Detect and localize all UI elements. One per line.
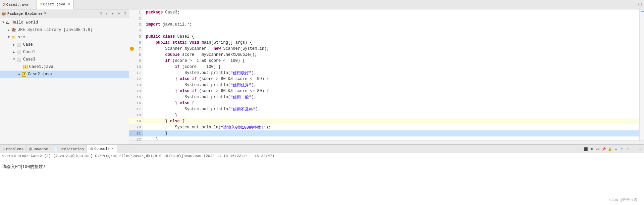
tree-item-case3[interactable]: ▼ ⬜ Case3	[0, 56, 129, 63]
csdn-watermark: CSDN @云云豆酱	[609, 197, 637, 202]
tree-item-case1[interactable]: ▶ ⬜ Case1	[0, 48, 129, 56]
line-num-22: 22	[129, 136, 143, 140]
tree-view: ▼ 🗂 Hello world ▶ 📚 JRE System Library […	[0, 18, 129, 145]
package-icon-case: ⬜	[17, 43, 21, 47]
console-terminated-line: <terminated> Case2 (2) [Java Application…	[2, 154, 642, 158]
code-line-11: System.out.println("信用极好");	[143, 70, 639, 76]
library-icon: 📚	[11, 28, 16, 32]
horizontal-scrollbar[interactable]	[129, 140, 644, 145]
tab-console[interactable]: 🖥 Console ×	[87, 145, 117, 153]
code-line-2	[143, 15, 639, 22]
code-line-1: package Case3;	[143, 9, 639, 15]
new-console-btn[interactable]: +	[619, 147, 625, 152]
code-line-21: }	[143, 130, 639, 136]
tree-item-case2java[interactable]: ▶ J Case2.java	[0, 71, 129, 78]
clear-console-btn[interactable]: ⬛	[583, 147, 588, 152]
watermark-text: CSDN @云云豆酱	[609, 198, 637, 202]
package-icon-case3: ⬜	[17, 57, 21, 62]
line-num-19: 19	[129, 118, 143, 124]
java-icon-case2java: J	[22, 72, 26, 77]
code-line-5: public class Case2 {	[143, 34, 639, 40]
tab-declaration[interactable]: 📄 Declaration	[51, 145, 87, 153]
maximize-sidebar-btn[interactable]: □	[122, 11, 127, 16]
line-num-13: 13	[129, 82, 143, 88]
collapse-all-btn[interactable]: □	[98, 11, 103, 16]
javadoc-icon: @	[29, 147, 32, 151]
view-menu-btn[interactable]: ▾	[110, 11, 115, 16]
breakpoint-marker[interactable]	[130, 47, 134, 51]
code-line-14: } else if (score > 60 && score <= 80) {	[143, 88, 639, 94]
code-line-10: if (score == 100) {	[143, 64, 639, 70]
tab-case2java[interactable]: J Case2.java ×	[37, 0, 74, 9]
arrow-case3: ▼	[12, 58, 16, 61]
output1-text: -1	[2, 159, 7, 164]
maximize-editor-btn[interactable]: □	[637, 2, 643, 7]
line-num-20: 20	[129, 124, 143, 130]
tree-item-src[interactable]: ▼ 📁 src	[0, 34, 129, 41]
maximize-console-btn[interactable]: □	[637, 147, 643, 152]
line-num-17: 17	[129, 106, 143, 112]
console-output-line1: -1	[2, 159, 642, 164]
tab-case2-label: Case2.java	[43, 2, 65, 6]
tab-close-button[interactable]: ×	[67, 2, 71, 7]
code-line-19: } else {	[143, 118, 639, 124]
arrow-case1: ▶	[12, 50, 16, 54]
bottom-tab-bar: ⚠ Problems @ Javadoc 📄 Declaration 🖥 Con…	[0, 145, 644, 153]
code-line-13: System.out.println("信用优秀");	[143, 82, 639, 88]
line-num-8: 8	[129, 52, 143, 58]
label-helloworld: Hello world	[11, 20, 38, 25]
package-explorer-label: Package Explorer	[7, 12, 43, 16]
minimize-console-btn[interactable]: —	[631, 147, 637, 152]
output2-text: 请输入0到100的整数!	[2, 164, 46, 169]
sidebar-close-icon[interactable]: ×	[44, 12, 46, 15]
code-line-4	[143, 28, 639, 34]
console-output-line2: 请输入0到100的整数!	[2, 164, 642, 170]
label-case2java: Case2.java	[28, 72, 52, 77]
sidebar-toolbar: □ ▸ ▾ — □	[98, 11, 127, 16]
code-line-18: }	[143, 112, 639, 118]
tab-case1java[interactable]: J Case1.java	[0, 0, 37, 9]
tab-javadoc[interactable]: @ Javadoc	[26, 145, 51, 153]
package-explorer-sidebar: 📦 Package Explorer × □ ▸ ▾ — □ ▼ 🗂 Hel	[0, 9, 129, 145]
package-icon-case1: ⬜	[17, 50, 21, 54]
console-output-area: <terminated> Case2 (2) [Java Application…	[0, 153, 644, 205]
code-line-8: double score = myScanner.nextDouble();	[143, 52, 639, 58]
java-icon-case1java: J	[23, 65, 28, 69]
code-line-9: if (score >= 1 && score <= 100) {	[143, 58, 639, 64]
editor-main-area: 1 2 3 4 5 6 7 8 9 10 11 12 13 14	[129, 9, 644, 140]
console-view-btn[interactable]: ▾	[625, 147, 631, 152]
arrow-helloworld: ▼	[1, 21, 5, 24]
tree-item-case[interactable]: ▶ ⬜ Case	[0, 41, 129, 48]
code-editor: 1 2 3 4 5 6 7 8 9 10 11 12 13 14	[129, 9, 644, 145]
link-editor-btn[interactable]: ▸	[104, 11, 109, 16]
code-line-7: Scanner myScanner = new Scanner(System.i…	[143, 46, 639, 52]
tree-item-case1java[interactable]: ▶ J Case1.java	[0, 63, 129, 71]
tab-case1-label: Case1.java	[6, 3, 29, 7]
line-num-2: 2	[129, 15, 143, 22]
scroll-lock-btn[interactable]: 🔒	[607, 147, 612, 152]
stop-btn[interactable]: ■	[589, 147, 594, 152]
minimize-sidebar-btn[interactable]: —	[116, 11, 121, 16]
tree-item-helloworld[interactable]: ▼ 🗂 Hello world	[0, 19, 129, 26]
code-area[interactable]: package Case3; import java.util.*; publi…	[143, 9, 639, 140]
line-num-3: 3	[129, 22, 143, 28]
tree-item-jre[interactable]: ▶ 📚 JRE System Library [JavaSE-1.8]	[0, 26, 129, 34]
arrow-case: ▶	[12, 43, 16, 47]
sidebar-header: 📦 Package Explorer × □ ▸ ▾ — □	[0, 9, 129, 18]
pin-console-btn[interactable]: 📌	[601, 147, 606, 152]
label-case1java: Case1.java	[29, 65, 53, 69]
label-src: src	[18, 35, 25, 40]
console-close-btn[interactable]: ×	[111, 147, 114, 151]
code-line-12: } else if (score > 80 && score <= 99) {	[143, 76, 639, 82]
minimize-editor-btn[interactable]: —	[631, 2, 637, 7]
tab-problems[interactable]: ⚠ Problems	[0, 145, 26, 153]
bottom-panel: ⚠ Problems @ Javadoc 📄 Declaration 🖥 Con…	[0, 145, 644, 205]
line-numbers: 1 2 3 4 5 6 7 8 9 10 11 12 13 14	[129, 9, 143, 140]
code-line-3: import java.util.*;	[143, 22, 639, 28]
declaration-icon: 📄	[54, 147, 58, 151]
line-num-18: 18	[129, 112, 143, 118]
remove-terminated-btn[interactable]: ✕✕	[595, 147, 600, 152]
word-wrap-btn[interactable]: ↵	[613, 147, 619, 152]
folder-icon-src: 📁	[11, 35, 16, 40]
javadoc-label: Javadoc	[33, 147, 48, 151]
